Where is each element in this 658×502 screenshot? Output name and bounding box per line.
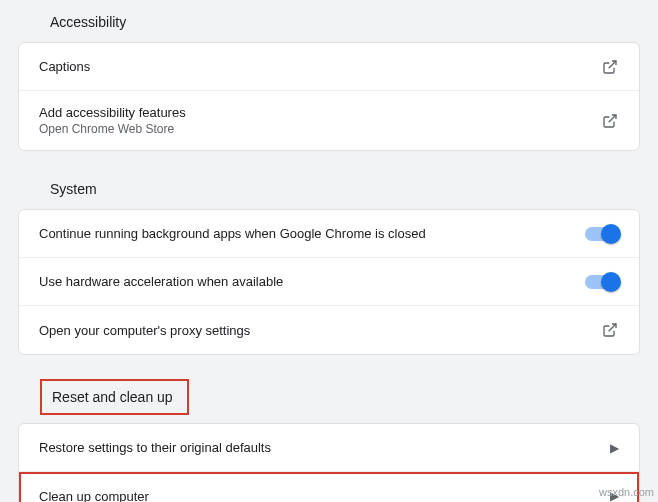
label-clean-up-computer: Clean up computer — [39, 489, 149, 503]
section-accessibility: Accessibility Captions Add accessibility… — [18, 8, 640, 151]
row-hardware-accel[interactable]: Use hardware acceleration when available — [19, 258, 639, 306]
sub-add-accessibility: Open Chrome Web Store — [39, 122, 186, 136]
section-title-reset: Reset and clean up — [40, 379, 189, 415]
watermark: wsxdn.com — [599, 486, 654, 498]
card-reset: Restore settings to their original defau… — [18, 423, 640, 502]
toggle-background-apps[interactable] — [585, 227, 619, 241]
row-proxy-settings[interactable]: Open your computer's proxy settings — [19, 306, 639, 354]
row-clean-up-computer[interactable]: Clean up computer ▶ — [19, 472, 639, 502]
external-link-icon — [601, 321, 619, 339]
label-hardware-accel: Use hardware acceleration when available — [39, 274, 283, 289]
section-reset: Reset and clean up Restore settings to t… — [18, 379, 640, 502]
row-background-apps[interactable]: Continue running background apps when Go… — [19, 210, 639, 258]
svg-line-1 — [609, 115, 616, 122]
section-system: System Continue running background apps … — [18, 175, 640, 355]
label-proxy-settings: Open your computer's proxy settings — [39, 323, 250, 338]
row-add-accessibility[interactable]: Add accessibility features Open Chrome W… — [19, 91, 639, 150]
section-title-accessibility: Accessibility — [18, 8, 640, 42]
chevron-right-icon: ▶ — [610, 441, 619, 455]
card-system: Continue running background apps when Go… — [18, 209, 640, 355]
card-accessibility: Captions Add accessibility features Open… — [18, 42, 640, 151]
row-restore-defaults[interactable]: Restore settings to their original defau… — [19, 424, 639, 472]
external-link-icon — [601, 112, 619, 130]
label-restore-defaults: Restore settings to their original defau… — [39, 440, 271, 455]
label-background-apps: Continue running background apps when Go… — [39, 226, 426, 241]
label-add-accessibility: Add accessibility features — [39, 105, 186, 120]
row-captions[interactable]: Captions — [19, 43, 639, 91]
svg-line-0 — [609, 61, 616, 68]
svg-line-2 — [609, 324, 616, 331]
toggle-hardware-accel[interactable] — [585, 275, 619, 289]
section-title-system: System — [18, 175, 640, 209]
external-link-icon — [601, 58, 619, 76]
label-captions: Captions — [39, 59, 90, 74]
